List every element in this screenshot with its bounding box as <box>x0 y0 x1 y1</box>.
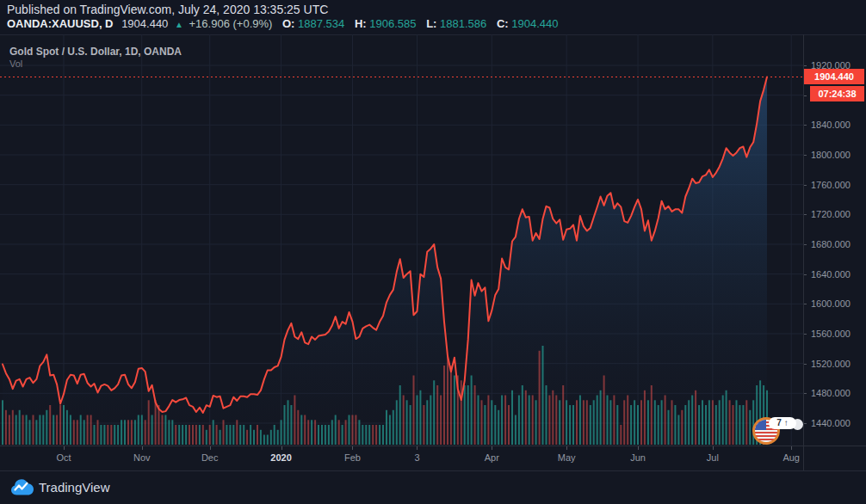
price-tick-label: 1800.000 <box>811 149 851 161</box>
time-tick-label: Dec <box>201 452 219 463</box>
open-value: 1887.534 <box>298 17 344 30</box>
published-chart-page: Published on TradingView.com, July 24, 2… <box>0 0 866 504</box>
snapshot-header: Published on TradingView.com, July 24, 2… <box>0 0 866 34</box>
ideas-marker[interactable]: 7 ↑ <box>752 416 806 446</box>
time-tick-label: Apr <box>485 452 499 463</box>
chart-legend-title: Gold Spot / U.S. Dollar, 1D, OANDA <box>9 46 182 58</box>
tradingview-wordmark[interactable]: TradingView <box>39 480 110 495</box>
price-axis-separator <box>803 34 804 471</box>
time-axis-separator <box>0 446 866 446</box>
time-tick-label: Feb <box>344 452 361 463</box>
high-value: 1906.585 <box>369 17 416 30</box>
price-tick-label: 1480.000 <box>811 387 851 399</box>
high-label: H: <box>355 17 367 30</box>
price-change: +16.906 (+0.9%) <box>189 17 273 30</box>
time-tick <box>566 446 567 450</box>
close-value: 1904.440 <box>511 17 558 30</box>
time-tick <box>281 446 282 450</box>
symbol-name: OANDA:XAUUSD, D <box>7 17 114 30</box>
time-tick-label: Nov <box>133 452 151 463</box>
price-tick-label: 1520.000 <box>811 358 851 370</box>
time-tick <box>142 446 143 450</box>
time-tick <box>352 446 353 450</box>
time-tick-label: May <box>558 452 576 463</box>
time-tick <box>492 446 492 450</box>
chart-area: Gold Spot / U.S. Dollar, 1D, OANDA Vol 1… <box>0 34 866 471</box>
time-tick <box>713 446 714 450</box>
tradingview-logo-icon[interactable] <box>10 477 34 501</box>
price-chart-canvas[interactable] <box>0 34 803 446</box>
price-tick-label: 1600.000 <box>811 298 851 310</box>
price-tick-label: 1440.000 <box>811 417 851 429</box>
snapshot-footer: TradingView <box>0 471 866 504</box>
volume-legend-label: Vol <box>9 58 22 69</box>
symbol-summary: OANDA:XAUUSD, D 1904.440 ▲ +16.906 (+0.9… <box>7 17 558 30</box>
last-price-value: 1904.440 <box>121 17 168 30</box>
low-value: 1881.586 <box>440 17 486 30</box>
price-tick-label: 1560.000 <box>811 328 851 340</box>
bar-countdown-tag: 07:24:38 <box>810 86 864 101</box>
time-tick <box>417 446 418 450</box>
chart-bottom-border <box>0 470 866 471</box>
ideas-count-badge[interactable]: 7 ↑ <box>769 417 796 429</box>
price-tick-label: 1720.000 <box>811 208 851 220</box>
price-tick-label: 1680.000 <box>811 238 851 250</box>
time-tick <box>64 446 65 450</box>
last-price-tag: 1904.440 <box>804 69 864 84</box>
time-tick-label: Jun <box>630 452 646 463</box>
time-tick-label: 3 <box>414 452 419 463</box>
low-label: L: <box>426 17 436 30</box>
time-axis[interactable]: OctNovDec2020Feb3AprMayJunJulAug <box>0 446 803 470</box>
time-tick-label: Jul <box>707 452 719 463</box>
price-tick-label: 1640.000 <box>811 268 851 280</box>
time-tick <box>210 446 211 450</box>
flag-canton <box>755 420 766 430</box>
open-label: O: <box>282 17 294 30</box>
time-tick-label: Aug <box>782 452 800 463</box>
time-tick <box>791 446 792 450</box>
published-caption: Published on TradingView.com, July 24, 2… <box>7 3 328 16</box>
time-tick-label: Oct <box>56 452 71 463</box>
time-tick-label: 2020 <box>270 452 291 463</box>
up-arrow-icon: ▲ <box>175 20 183 29</box>
price-tick-label: 1760.000 <box>811 179 851 191</box>
time-tick <box>638 446 639 450</box>
close-label: C: <box>497 17 509 30</box>
price-tick-label: 1840.000 <box>811 119 851 131</box>
